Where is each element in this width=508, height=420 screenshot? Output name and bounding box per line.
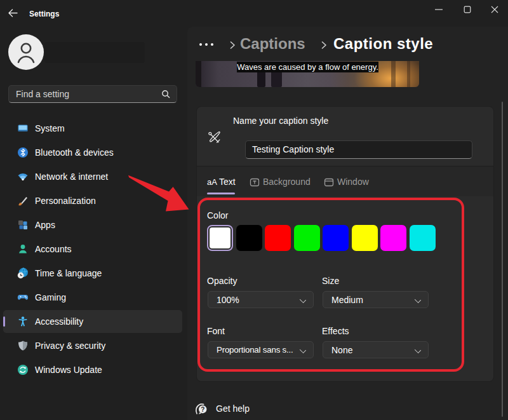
svg-text:?: ?	[201, 406, 204, 413]
